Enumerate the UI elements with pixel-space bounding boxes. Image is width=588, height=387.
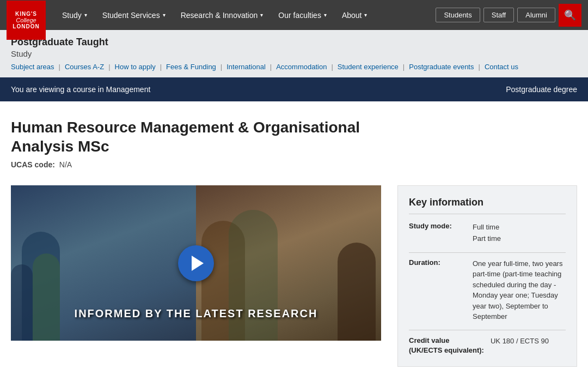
separator: | (108, 63, 110, 71)
overlay-text: INFORMED BY THE LATEST RESEARCH (11, 307, 381, 320)
main-content: Human Resource Management & Organisation… (0, 101, 588, 378)
divider (409, 252, 566, 253)
info-row-credit: Credit value(UK/ECTS equivalent): UK 180… (409, 336, 566, 355)
alumni-button[interactable]: Alumni (517, 8, 555, 22)
chevron-down-icon: ▾ (84, 12, 87, 18)
nav-right-buttons: Students Staff Alumni 🔍 (436, 4, 581, 27)
sub-nav-experience[interactable]: Student experience (338, 63, 399, 71)
nav-item-about[interactable]: About ▾ (334, 0, 375, 30)
sub-nav: Subject areas | Courses A-Z | How to app… (0, 58, 588, 77)
media-area: INFORMED BY THE LATEST RESEARCH (11, 185, 381, 341)
separator: | (220, 63, 222, 71)
course-title: Human Resource Management & Organisation… (11, 118, 381, 156)
students-button[interactable]: Students (436, 8, 480, 22)
info-value-study-mode: Full timePart time (473, 222, 501, 245)
separator: | (270, 63, 272, 71)
main-nav: Study ▾ Student Services ▾ Research & In… (46, 0, 436, 30)
logo[interactable]: KING'S College LONDON (7, 1, 46, 40)
sub-nav-fees[interactable]: Fees & Funding (166, 63, 216, 71)
tag-text: Postgraduate degree (506, 85, 577, 94)
separator: | (403, 63, 405, 71)
ucas-code: UCAS code: N/A (11, 160, 577, 169)
info-label-study-mode: Study mode: (409, 222, 466, 245)
play-icon (192, 256, 204, 271)
nav-item-research[interactable]: Research & Innovation ▾ (173, 0, 271, 30)
sub-nav-courses[interactable]: Courses A-Z (65, 63, 104, 71)
sub-nav-how-to-apply[interactable]: How to apply (115, 63, 156, 71)
logo-line2: College (16, 17, 36, 23)
info-bar: You are viewing a course in Management P… (0, 77, 588, 101)
info-row-duration: Duration: One year full-time, two years … (409, 258, 566, 322)
divider (409, 330, 566, 330)
info-label-credit: Credit value(UK/ECTS equivalent): (409, 336, 484, 355)
sub-nav-events[interactable]: Postgraduate events (409, 63, 474, 71)
separator: | (59, 63, 60, 71)
sub-nav-accommodation[interactable]: Accommodation (276, 63, 327, 71)
search-button[interactable]: 🔍 (559, 4, 581, 27)
info-row-study-mode: Study mode: Full timePart time (409, 222, 566, 245)
top-nav: KING'S College LONDON Study ▾ Student Se… (0, 0, 588, 30)
search-icon: 🔍 (564, 9, 576, 21)
separator: | (331, 63, 333, 71)
info-value-credit: UK 180 / ECTS 90 (491, 336, 549, 355)
sub-nav-contact[interactable]: Contact us (485, 63, 518, 71)
nav-item-study[interactable]: Study ▾ (54, 0, 95, 30)
section-subtitle: Study (11, 49, 577, 58)
staff-button[interactable]: Staff (483, 8, 514, 22)
key-info-panel: Key information Study mode: Full timePar… (397, 185, 577, 367)
section-header: Postgraduate Taught Study (0, 30, 588, 58)
separator: | (160, 63, 162, 71)
ucas-value: N/A (59, 160, 72, 169)
separator: | (478, 63, 480, 71)
info-label-duration: Duration: (409, 258, 466, 322)
section-title: Postgraduate Taught (11, 37, 577, 48)
logo-line3: LONDON (13, 23, 39, 29)
nav-item-student-services[interactable]: Student Services ▾ (95, 0, 173, 30)
chevron-down-icon: ▾ (324, 12, 327, 18)
chevron-down-icon: ▾ (260, 12, 263, 18)
chevron-down-icon: ▾ (364, 12, 367, 18)
viewing-text: You are viewing a course in Management (11, 85, 150, 94)
nav-item-faculties[interactable]: Our faculties ▾ (271, 0, 334, 30)
info-value-duration: One year full-time, two years part-time … (473, 258, 566, 322)
postgraduate-tag: Postgraduate degree (506, 85, 577, 94)
ucas-label: UCAS code: (11, 160, 55, 169)
chevron-down-icon: ▾ (163, 12, 166, 18)
sub-nav-international[interactable]: International (226, 63, 266, 71)
logo-line1: KING'S (15, 11, 37, 17)
sub-nav-subject-areas[interactable]: Subject areas (11, 63, 54, 71)
key-info-title: Key information (409, 197, 566, 214)
play-button[interactable] (178, 245, 214, 281)
content-layout: INFORMED BY THE LATEST RESEARCH Key info… (11, 185, 577, 367)
